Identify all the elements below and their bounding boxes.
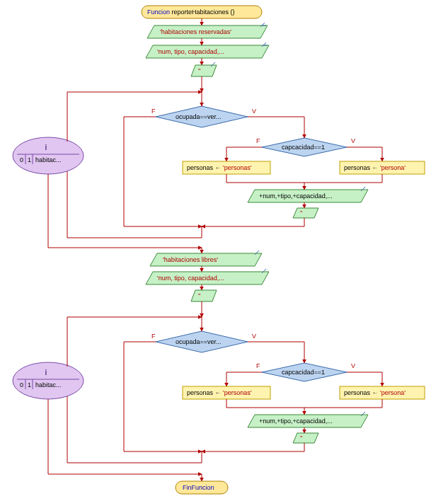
svg-text:capcacidad==1: capcacidad==1 — [282, 144, 325, 151]
svg-text:'habitaciones reservadas': 'habitaciones reservadas' — [160, 28, 231, 35]
svg-text:'num, tipo, capacidad,...: 'num, tipo, capacidad,... — [157, 48, 224, 55]
svg-text:capcacidad==1: capcacidad==1 — [282, 369, 325, 376]
io-blank-4: '' — [293, 433, 318, 443]
flowchart: Funcion reporteHabitaciones () 'habitaci… — [0, 0, 448, 501]
end-terminal: FinFuncion — [176, 481, 228, 494]
io-row-1: +num,+tipo,+capacidad,... — [248, 187, 368, 202]
branch-label-f: F — [151, 108, 156, 115]
svg-text:personas ← 'persona': personas ← 'persona' — [344, 164, 406, 171]
svg-text:personas ← 'personas': personas ← 'personas' — [187, 164, 252, 171]
svg-text:ocupada==ver...: ocupada==ver... — [176, 113, 222, 120]
loop-1: i 0 1 habitac... — [13, 137, 84, 174]
io-blank-2: '' — [293, 208, 318, 218]
svg-text:F: F — [256, 362, 260, 369]
svg-text:Funcion reporteHabitaciones (): Funcion reporteHabitaciones () — [147, 8, 235, 16]
svg-text:habitac...: habitac... — [35, 156, 62, 163]
svg-marker-46 — [191, 290, 217, 301]
start-kw: Funcion — [147, 8, 170, 16]
svg-marker-27 — [293, 208, 318, 218]
start-fn: reporteHabitaciones () — [172, 8, 235, 16]
assign-personas-singular-1: personas ← 'persona' — [340, 161, 425, 174]
svg-text:'habitaciones libres': 'habitaciones libres' — [163, 256, 218, 263]
svg-text:'': '' — [198, 67, 201, 74]
svg-text:1: 1 — [28, 156, 31, 163]
svg-marker-9 — [191, 65, 217, 76]
svg-marker-66 — [293, 433, 318, 443]
io-row-2: +num,+tipo,+capacidad,... — [248, 412, 368, 427]
svg-text:F: F — [256, 137, 260, 144]
io-blank-3: '' — [191, 290, 217, 301]
svg-text:habitac...: habitac... — [35, 381, 62, 388]
assign-personas-singular-2: personas ← 'persona' — [340, 386, 425, 399]
svg-text:F: F — [151, 333, 156, 340]
assign-personas-plural-2: personas ← 'personas' — [183, 386, 270, 399]
io-reservadas: 'habitaciones reservadas' — [147, 23, 268, 38]
svg-text:i: i — [45, 144, 47, 151]
svg-text:i: i — [45, 369, 47, 376]
start-terminal: Funcion reporteHabitaciones () — [142, 6, 262, 18]
svg-text:'': '' — [198, 292, 201, 299]
io-headers-2: 'num, tipo, capacidad,... — [146, 269, 269, 284]
svg-text:FinFuncion: FinFuncion — [183, 484, 214, 491]
svg-text:0: 0 — [20, 381, 23, 388]
decision-capacidad-2: capcacidad==1 — [262, 363, 347, 381]
svg-text:V: V — [351, 362, 355, 369]
svg-text:0: 0 — [20, 156, 23, 163]
svg-text:personas ← 'persona': personas ← 'persona' — [344, 389, 406, 396]
svg-text:+num,+tipo,+capacidad,...: +num,+tipo,+capacidad,... — [259, 418, 333, 425]
assign-personas-plural-1: personas ← 'personas' — [183, 161, 270, 174]
branch-label-v: V — [252, 108, 256, 115]
svg-text:1: 1 — [28, 381, 31, 388]
svg-text:personas ← 'personas': personas ← 'personas' — [187, 389, 252, 396]
svg-text:V: V — [252, 333, 256, 340]
io-libres: 'habitaciones libres' — [150, 250, 262, 266]
decision-ocupada-1: ocupada==ver... — [156, 106, 248, 127]
svg-point-68 — [13, 362, 84, 399]
decision-ocupada-2: ocupada==ver... — [156, 331, 248, 352]
svg-point-29 — [13, 137, 84, 174]
svg-text:V: V — [351, 137, 355, 144]
decision-capacidad-1: capcacidad==1 — [262, 138, 347, 156]
loop-2: i 0 1 habitac... — [13, 362, 84, 399]
io-blank-1: '' — [191, 62, 217, 76]
svg-text:+num,+tipo,+capacidad,...: +num,+tipo,+capacidad,... — [259, 192, 333, 200]
svg-text:'num, tipo, capacidad,...: 'num, tipo, capacidad,... — [157, 275, 224, 282]
io-headers-1: 'num, tipo, capacidad,... — [146, 42, 269, 58]
svg-text:'': '' — [300, 209, 303, 217]
svg-text:ocupada==ver...: ocupada==ver... — [176, 338, 222, 345]
svg-text:'': '' — [300, 434, 303, 442]
